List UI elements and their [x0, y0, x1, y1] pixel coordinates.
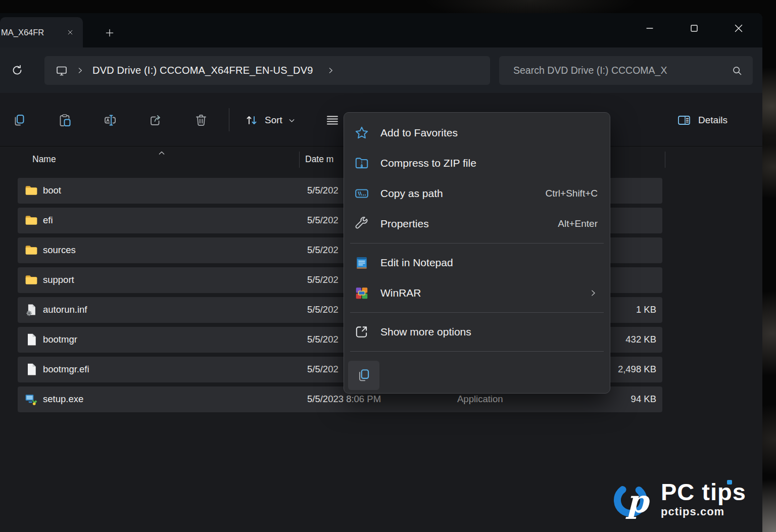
file-name: setup.exe: [43, 394, 83, 405]
menu-item-label: Copy as path: [380, 187, 443, 200]
chevron-right-icon: [76, 66, 84, 75]
pctips-logo-icon: [609, 476, 656, 522]
wrench-icon: [354, 216, 369, 231]
file-name: boot: [43, 185, 61, 196]
file-size: 2,498 KB: [618, 364, 656, 375]
close-icon: [67, 29, 74, 36]
showmore-icon: [354, 324, 369, 340]
file-date: 5/5/202: [307, 215, 338, 226]
folder-icon: [24, 243, 38, 257]
address-bar[interactable]: DVD Drive (I:) CCCOMA_X64FRE_EN-US_DV9: [44, 56, 490, 85]
maximize-icon: [689, 23, 700, 34]
column-separator[interactable]: [299, 152, 300, 168]
chevron-right-icon[interactable]: [326, 66, 335, 75]
tab-close-button[interactable]: [63, 25, 78, 40]
menu-item-edit-in-notepad[interactable]: Edit in Notepad: [344, 248, 610, 278]
delete-button[interactable]: [187, 106, 215, 134]
file-date: 5/5/202: [307, 364, 338, 375]
file-date: 5/5/202: [307, 245, 338, 256]
plus-icon: [105, 28, 115, 38]
menu-divider: [350, 243, 604, 244]
file-size: 432 KB: [625, 334, 656, 345]
menu-item-label: Properties: [380, 218, 429, 230]
sort-ascending-icon[interactable]: [157, 148, 167, 158]
file-name: bootmgr.efi: [43, 364, 89, 375]
menu-item-winrar[interactable]: WinRAR: [344, 278, 610, 308]
path-icon: [354, 186, 369, 201]
menu-item-copy-as-path[interactable]: Copy as pathCtrl+Shift+C: [344, 178, 610, 209]
file-type: Application: [457, 394, 503, 405]
column-header-name[interactable]: Name: [32, 154, 56, 165]
copy-icon: [356, 368, 371, 383]
close-icon: [733, 22, 745, 34]
file-name: sources: [43, 245, 76, 256]
details-label: Details: [698, 115, 728, 126]
paste-button[interactable]: [51, 106, 79, 134]
rename-button[interactable]: [96, 106, 124, 134]
chevron-down-icon: [287, 116, 296, 125]
copy-icon: [12, 113, 26, 127]
file-explorer-window: MA_X64FR DVD Drive (I:) CCCOMA_X64FRE_EN…: [0, 13, 762, 532]
notepad-icon: [354, 255, 369, 270]
file-date: 5/5/202: [307, 274, 338, 285]
search-input[interactable]: [513, 65, 732, 76]
watermark-brand: PC tips: [661, 480, 746, 504]
menu-item-label: Add to Favorites: [380, 127, 458, 139]
menu-item-show-more-options[interactable]: Show more options: [344, 317, 610, 347]
minimize-icon: [644, 23, 655, 34]
context-menu: Add to FavoritesCompress to ZIP fileCopy…: [344, 112, 610, 394]
search-box[interactable]: [499, 56, 753, 85]
sort-arrows-icon: [245, 113, 259, 127]
file-size: 94 KB: [631, 394, 656, 405]
menu-item-compress-to-zip-file[interactable]: Compress to ZIP file: [344, 148, 610, 178]
file-name: support: [43, 274, 74, 285]
column-separator[interactable]: [665, 152, 665, 168]
file-date: 5/5/202: [307, 304, 338, 315]
refresh-button[interactable]: [6, 60, 28, 81]
menu-item-label: WinRAR: [380, 287, 421, 299]
brand-i-dot: [727, 480, 732, 485]
menu-shortcut: Ctrl+Shift+C: [546, 188, 598, 199]
tab-dvd-drive[interactable]: MA_X64FR: [0, 17, 83, 47]
menu-item-label: Compress to ZIP file: [380, 157, 476, 169]
view-button[interactable]: [318, 106, 347, 134]
menu-divider: [350, 351, 604, 352]
file-name: autorun.inf: [43, 304, 87, 315]
menu-copy-button[interactable]: [348, 361, 379, 390]
file-date: 5/5/2023 8:06 PM: [307, 394, 381, 405]
search-icon: [732, 65, 743, 76]
sort-button[interactable]: Sort: [241, 106, 299, 134]
delete-icon: [194, 113, 208, 127]
new-tab-button[interactable]: [100, 24, 119, 41]
column-header-date-modified[interactable]: Date m: [305, 154, 333, 165]
menu-item-label: Edit in Notepad: [380, 257, 453, 269]
context-menu-items: Add to FavoritesCompress to ZIP fileCopy…: [344, 118, 610, 352]
menu-item-label: Show more options: [380, 326, 471, 338]
pctips-watermark: PC tips pctips.com: [609, 476, 746, 522]
maximize-button[interactable]: [678, 16, 710, 40]
winrar-icon: [354, 285, 369, 301]
file-size: 1 KB: [636, 304, 656, 315]
toolbar-buttons: [5, 106, 232, 134]
file-date: 5/5/202: [307, 185, 338, 196]
details-button[interactable]: Details: [677, 106, 728, 134]
file-date: 5/5/202: [307, 334, 338, 345]
context-menu-icon-row: [344, 356, 610, 390]
file-icon: [24, 332, 38, 347]
watermark-domain: pctips.com: [661, 505, 746, 518]
menu-item-add-to-favorites[interactable]: Add to Favorites: [344, 118, 610, 148]
file-name: bootmgr: [43, 334, 77, 345]
copy-button[interactable]: [5, 106, 33, 134]
close-button[interactable]: [723, 16, 754, 40]
details-pane-icon: [677, 113, 691, 127]
chevron-right-icon: [589, 288, 598, 298]
menu-item-properties[interactable]: PropertiesAlt+Enter: [344, 209, 610, 239]
rename-icon: [103, 113, 117, 127]
sort-label: Sort: [265, 115, 282, 126]
inf-icon: [24, 303, 38, 317]
share-button[interactable]: [141, 106, 170, 134]
folder-icon: [24, 213, 38, 227]
minimize-button[interactable]: [634, 16, 665, 40]
breadcrumb-path[interactable]: DVD Drive (I:) CCCOMA_X64FRE_EN-US_DV9: [92, 65, 313, 76]
refresh-icon: [11, 64, 23, 76]
